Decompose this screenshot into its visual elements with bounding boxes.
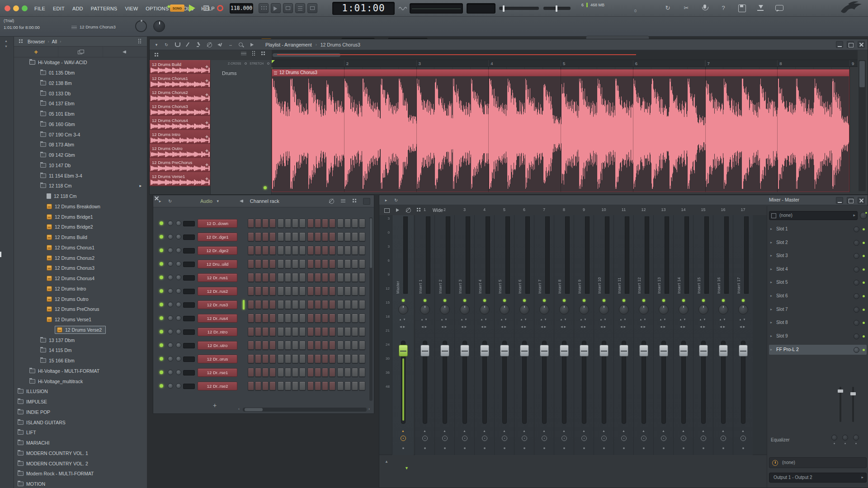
insert-strip[interactable]: 15Insert 15▲▼◀▶▲: [693, 215, 713, 455]
channel-volume-knob[interactable]: [176, 275, 181, 280]
slot-mix-knob[interactable]: [854, 347, 859, 353]
route-arrow-icon[interactable]: ▲: [455, 429, 474, 432]
route-arrow-icon[interactable]: ▲: [733, 429, 753, 432]
step-cell[interactable]: [285, 273, 291, 282]
step-cell[interactable]: [292, 314, 298, 323]
fader-handle[interactable]: [440, 345, 449, 357]
browser-item[interactable]: LIFT: [14, 427, 147, 438]
step-cell[interactable]: [299, 259, 306, 268]
step-cell[interactable]: [322, 354, 328, 363]
step-cell[interactable]: [315, 219, 321, 228]
scroll-left-icon[interactable]: ‹: [238, 407, 240, 411]
strip-select-button[interactable]: [641, 436, 646, 441]
step-cell[interactable]: [307, 246, 314, 255]
step-cell[interactable]: [292, 273, 298, 282]
playlist-menu-icon[interactable]: ▾: [153, 42, 160, 47]
step-cell[interactable]: [248, 286, 254, 296]
step-cell[interactable]: [352, 327, 358, 336]
fader-handle[interactable]: [719, 345, 728, 357]
channel-volume-knob[interactable]: [176, 383, 181, 389]
pencil-tool-icon[interactable]: [184, 41, 191, 48]
route-arrow-icon[interactable]: ▲: [574, 429, 594, 432]
channel-volume-knob[interactable]: [176, 343, 181, 348]
strip-select-button[interactable]: [442, 436, 448, 441]
step-cell[interactable]: [337, 232, 344, 241]
browser-item[interactable]: INDIE POP: [14, 407, 147, 418]
slot-enable-led[interactable]: [863, 242, 865, 244]
channel-enable-led[interactable]: [160, 303, 163, 306]
step-cell[interactable]: [329, 314, 335, 323]
step-cell[interactable]: [269, 246, 276, 255]
cut-tool-icon[interactable]: ✂: [681, 3, 691, 13]
channel-volume-knob[interactable]: [176, 302, 181, 307]
strip-select-button[interactable]: [581, 436, 587, 441]
step-cell[interactable]: [359, 368, 365, 377]
browser-item[interactable]: 12 Drums Chorus3: [14, 263, 147, 273]
step-cell[interactable]: [352, 246, 358, 255]
compact-view-icon[interactable]: [351, 197, 359, 205]
step-cell[interactable]: [278, 354, 284, 363]
step-cell[interactable]: [299, 341, 306, 350]
step-cell[interactable]: [285, 286, 291, 296]
step-cell[interactable]: [299, 286, 306, 296]
step-cell[interactable]: [359, 341, 365, 350]
step-cell[interactable]: [255, 219, 261, 228]
picker-clip[interactable]: 12 Drums Intro+: [150, 130, 210, 144]
step-cell[interactable]: [292, 286, 298, 296]
channel-pan-knob[interactable]: [168, 275, 173, 280]
insert-strip[interactable]: 9Insert 9▲▼◀▶▲: [574, 215, 594, 455]
slot-enable-led[interactable]: [863, 309, 865, 311]
scroll-right-icon[interactable]: ›: [368, 407, 370, 411]
browser-item[interactable]: 15 166 Ebm: [14, 356, 147, 366]
step-cell[interactable]: [322, 232, 328, 241]
strip-fader[interactable]: [443, 341, 447, 424]
chat-icon[interactable]: [774, 3, 784, 13]
picker-clip[interactable]: 12 Drums PreChorus+: [150, 158, 210, 172]
slot-enable-led[interactable]: [863, 349, 865, 351]
eq-low-knob[interactable]: [831, 435, 837, 441]
strip-enable-led[interactable]: [463, 299, 466, 302]
step-cell[interactable]: [269, 354, 276, 363]
slot-mix-knob[interactable]: [854, 293, 859, 299]
fader-handle[interactable]: [580, 345, 589, 357]
eq-high-knob[interactable]: [853, 435, 859, 441]
step-cell[interactable]: [248, 314, 254, 323]
browser-item[interactable]: 13 137 Dbm: [14, 335, 147, 345]
route-arrow-icon[interactable]: ▲: [634, 429, 653, 432]
picker-clip[interactable]: 12 Drums Verse1+: [150, 172, 210, 186]
strip-enable-led[interactable]: [603, 299, 605, 302]
step-cell[interactable]: [322, 314, 328, 323]
step-cell[interactable]: [292, 246, 298, 255]
mixer-target-box[interactable]: [183, 302, 195, 308]
step-cell[interactable]: [278, 341, 284, 350]
channel-button[interactable]: 12 Dr..rus4: [198, 314, 237, 323]
strip-pan-knob[interactable]: [519, 305, 529, 314]
refresh-icon[interactable]: ↻: [163, 42, 170, 47]
track-grid-icon[interactable]: [260, 50, 267, 57]
step-cell[interactable]: [278, 327, 284, 336]
insert-strip[interactable]: 16Insert 16▲▼◀▶▲: [713, 215, 733, 455]
step-cell[interactable]: [352, 381, 358, 390]
scroll-down-icon[interactable]: ▼: [5, 45, 8, 48]
strip-enable-led[interactable]: [662, 299, 665, 302]
channel-volume-knob[interactable]: [176, 315, 181, 321]
browser-item[interactable]: 12 Drums PreChorus: [14, 304, 147, 314]
fx-slot[interactable]: ▸Slot 2: [769, 238, 867, 249]
menu-file[interactable]: FILE: [34, 6, 45, 11]
shuffle-slider[interactable]: [499, 7, 539, 10]
strip-pan-knob[interactable]: [398, 305, 408, 314]
mixer-target-box[interactable]: [183, 329, 195, 335]
mixer-target-box[interactable]: [183, 316, 195, 321]
microphone-icon[interactable]: [700, 3, 710, 13]
mixer-target-box[interactable]: [183, 262, 195, 267]
output-route-selector[interactable]: Output 1 - Output 2 ▸: [769, 473, 867, 483]
step-cell[interactable]: [322, 300, 328, 309]
step-cell[interactable]: [344, 286, 351, 296]
zoom-tool-icon[interactable]: [237, 41, 245, 48]
channel-pan-knob[interactable]: [168, 234, 173, 239]
slot-mix-knob[interactable]: [854, 320, 859, 326]
step-cell[interactable]: [337, 341, 344, 350]
rack-vscrollbar-thumb[interactable]: [370, 218, 372, 268]
step-cell[interactable]: [329, 300, 335, 309]
step-cell[interactable]: [278, 286, 284, 296]
